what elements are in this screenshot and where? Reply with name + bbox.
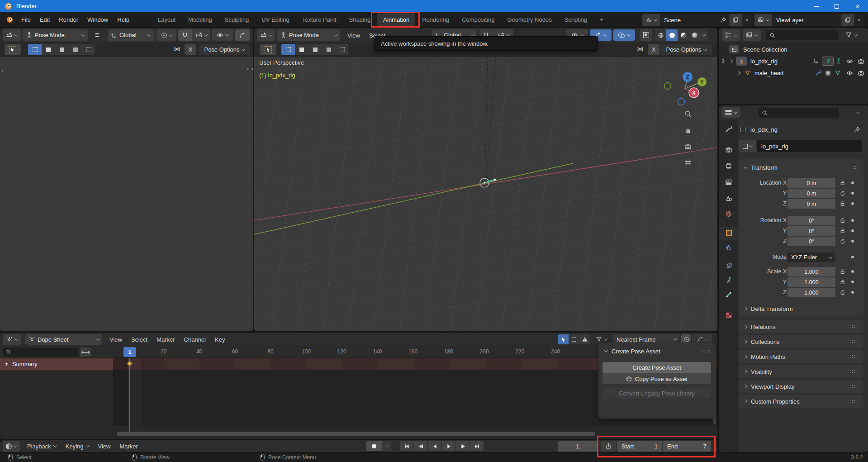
dope-menu-marker[interactable]: Marker <box>152 333 179 346</box>
pan-tool-button[interactable] <box>681 123 695 137</box>
animate-dot[interactable] <box>851 202 854 205</box>
modifier-wrench-icon[interactable] <box>815 70 821 76</box>
tab-scene[interactable] <box>721 192 736 204</box>
workspace-tab-sculpting[interactable]: Sculpting <box>219 12 255 27</box>
menu-help[interactable]: Help <box>113 12 134 27</box>
delta-transform-panel-header[interactable]: Delta Transform <box>744 304 859 313</box>
animate-dot[interactable] <box>851 281 854 283</box>
filter-text-toggle[interactable]: ⟷ <box>80 348 91 357</box>
blender-app-menu-icon[interactable] <box>3 14 17 25</box>
viewport-main-canvas[interactable]: User Perspective (1) io_pdx_rig Z Y X <box>254 57 717 331</box>
channel-search-input[interactable] <box>3 348 78 357</box>
transform-field-scale-x[interactable]: 1.000 <box>787 267 835 276</box>
outliner-row-scene-collection[interactable]: Scene Collection <box>719 43 868 55</box>
transform-field-rotation-x[interactable]: 0° <box>787 216 835 225</box>
transform-field-mode[interactable]: XYZ Euler <box>787 252 835 262</box>
select-mode-set-button[interactable] <box>28 44 42 55</box>
armature-data-icon[interactable] <box>835 58 842 64</box>
only-selected-toggle[interactable] <box>558 334 569 344</box>
lock-open-icon[interactable] <box>839 190 846 196</box>
dope-sheet-mode-dropdown[interactable]: Dope Sheet <box>25 334 102 345</box>
summary-channel[interactable]: ▼ Summary <box>0 358 113 370</box>
transform-field-y[interactable]: 0 m <box>787 189 835 198</box>
ortho-toggle-button[interactable] <box>681 156 695 169</box>
disable-render-toggle[interactable] <box>858 70 864 76</box>
timeline-menu-marker[interactable]: Marker <box>115 440 142 452</box>
only-errors-toggle[interactable] <box>579 334 590 344</box>
next-keyframe-button[interactable] <box>456 441 470 451</box>
play-button[interactable] <box>442 441 455 451</box>
pin-icon[interactable] <box>720 17 726 23</box>
workspace-tab-[interactable]: + <box>594 12 609 27</box>
camera-view-button[interactable] <box>681 139 695 153</box>
active-tool-tweak-button[interactable] <box>260 44 276 55</box>
shading-solid-button[interactable] <box>666 29 678 41</box>
menu-file[interactable]: File <box>17 12 35 27</box>
previous-keyframe-button[interactable] <box>414 441 427 451</box>
tab-physics[interactable] <box>721 259 736 271</box>
zoom-tool-button[interactable] <box>681 107 695 120</box>
copy-pose-as-asset-button[interactable]: Copy Pose as Asset <box>602 373 711 384</box>
workspace-tab-layout[interactable]: Layout <box>152 12 181 27</box>
transform-field-z[interactable]: 1.000 <box>787 288 835 297</box>
menu-window[interactable]: Window <box>83 12 113 27</box>
animate-dot[interactable] <box>851 240 854 243</box>
object-browse-button[interactable] <box>739 140 756 152</box>
expand-arrow[interactable] <box>729 59 733 63</box>
lock-open-icon[interactable] <box>839 227 846 234</box>
animate-dot[interactable] <box>851 270 854 273</box>
navigation-gizmo[interactable]: Z Y X <box>655 58 714 108</box>
panel-grip[interactable] <box>849 325 858 329</box>
viewlayer-remove-button[interactable]: × <box>854 17 864 24</box>
viewport-left[interactable]: Pose Mode ≡ Global <box>0 28 253 331</box>
viewport-menu-view[interactable]: View <box>343 28 365 43</box>
properties-options-dropdown[interactable] <box>852 107 864 118</box>
editor-type-button[interactable] <box>3 29 21 41</box>
collapse-triangle-icon[interactable]: ▼ <box>5 362 9 367</box>
tab-object-data[interactable] <box>721 275 736 286</box>
mode-dropdown[interactable]: Pose Mode <box>23 29 88 41</box>
scene-unlink-button[interactable]: × <box>742 17 752 24</box>
pose-mode-indicator-icon[interactable] <box>822 57 834 66</box>
menu-edit[interactable]: Edit <box>35 12 54 27</box>
dope-menu-key[interactable]: Key <box>210 333 229 346</box>
panel-collections[interactable]: Collections <box>739 335 863 348</box>
transform-field-z[interactable]: 0 m <box>787 199 835 209</box>
animate-dot[interactable] <box>851 181 854 184</box>
current-frame-badge[interactable]: 1 <box>123 347 136 357</box>
tab-output[interactable] <box>721 160 736 171</box>
snap-toggle-button[interactable] <box>178 29 192 41</box>
editor-type-button[interactable] <box>3 334 21 345</box>
shading-material-button[interactable] <box>678 29 689 41</box>
horizontal-scrollbar[interactable] <box>117 432 595 436</box>
show-gizmo-button[interactable] <box>235 29 250 41</box>
xray-toggle-button[interactable] <box>640 29 652 41</box>
pin-icon[interactable] <box>854 126 860 133</box>
mode-dropdown[interactable]: Pose Mode <box>277 29 340 41</box>
shading-wireframe-button[interactable] <box>655 29 666 41</box>
dope-sheet-editor[interactable]: Dope Sheet ViewSelectMarkerChannelKey Ne… <box>0 333 717 439</box>
viewport-left-canvas[interactable]: › <box>0 57 253 331</box>
create-pose-asset-header[interactable]: Create Pose Asset <box>605 346 711 356</box>
panel-grip[interactable] <box>849 400 858 403</box>
outliner-row-male-head[interactable]: male_head <box>719 67 868 79</box>
animate-dot[interactable] <box>851 291 854 294</box>
select-mode-set-button[interactable] <box>281 44 295 55</box>
transform-orientation-dropdown[interactable]: Global <box>108 29 154 41</box>
panel-viewport-display[interactable]: Viewport Display <box>739 380 863 393</box>
current-frame-field[interactable]: 1 <box>558 441 598 452</box>
object-visibility-dropdown[interactable] <box>212 29 233 41</box>
toolbar-expand-arrow[interactable]: › <box>1 67 4 74</box>
tab-render[interactable] <box>721 144 736 155</box>
show-overlays-dropdown[interactable] <box>613 29 635 41</box>
panel-motion-paths[interactable]: Motion Paths <box>739 350 863 363</box>
dope-menu-channel[interactable]: Channel <box>180 333 210 346</box>
editor-resize-handle[interactable]: ‹ › <box>247 65 261 72</box>
panel-custom-properties[interactable]: Custom Properties <box>739 395 863 408</box>
workspace-tab-scripting[interactable]: Scripting <box>559 12 593 27</box>
outliner-row-io-pdx-rig[interactable]: io_pdx_rig <box>719 55 868 67</box>
select-mode-intersect-button[interactable] <box>82 44 95 55</box>
lock-open-icon[interactable] <box>839 200 846 207</box>
snap-settings-dropdown[interactable] <box>192 29 210 41</box>
viewlayer-browse-button[interactable] <box>754 14 772 26</box>
